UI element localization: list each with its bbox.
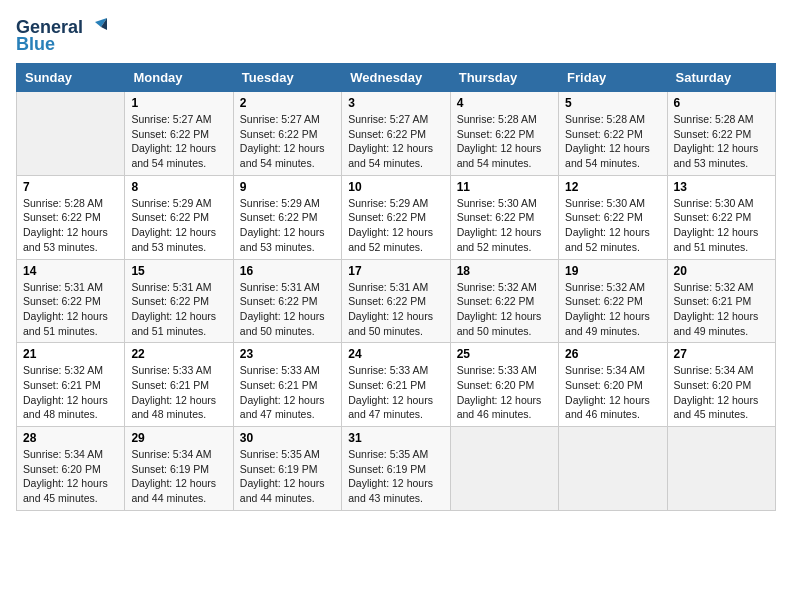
calendar-week-row: 7Sunrise: 5:28 AM Sunset: 6:22 PM Daylig…: [17, 175, 776, 259]
calendar-cell: 3Sunrise: 5:27 AM Sunset: 6:22 PM Daylig…: [342, 92, 450, 176]
day-info: Sunrise: 5:34 AM Sunset: 6:20 PM Dayligh…: [565, 363, 660, 422]
day-number: 15: [131, 264, 226, 278]
day-info: Sunrise: 5:30 AM Sunset: 6:22 PM Dayligh…: [565, 196, 660, 255]
calendar-cell: 19Sunrise: 5:32 AM Sunset: 6:22 PM Dayli…: [559, 259, 667, 343]
day-number: 14: [23, 264, 118, 278]
day-number: 21: [23, 347, 118, 361]
calendar-cell: 13Sunrise: 5:30 AM Sunset: 6:22 PM Dayli…: [667, 175, 775, 259]
calendar-cell: 11Sunrise: 5:30 AM Sunset: 6:22 PM Dayli…: [450, 175, 558, 259]
day-number: 30: [240, 431, 335, 445]
day-number: 1: [131, 96, 226, 110]
day-number: 7: [23, 180, 118, 194]
day-number: 20: [674, 264, 769, 278]
logo-bird-icon: [85, 16, 107, 38]
calendar-cell: 15Sunrise: 5:31 AM Sunset: 6:22 PM Dayli…: [125, 259, 233, 343]
day-number: 16: [240, 264, 335, 278]
calendar-cell: [559, 427, 667, 511]
calendar-cell: 1Sunrise: 5:27 AM Sunset: 6:22 PM Daylig…: [125, 92, 233, 176]
day-number: 9: [240, 180, 335, 194]
calendar-cell: 17Sunrise: 5:31 AM Sunset: 6:22 PM Dayli…: [342, 259, 450, 343]
day-info: Sunrise: 5:29 AM Sunset: 6:22 PM Dayligh…: [131, 196, 226, 255]
day-number: 2: [240, 96, 335, 110]
day-number: 18: [457, 264, 552, 278]
weekday-header-sunday: Sunday: [17, 64, 125, 92]
weekday-header-row: SundayMondayTuesdayWednesdayThursdayFrid…: [17, 64, 776, 92]
day-info: Sunrise: 5:32 AM Sunset: 6:22 PM Dayligh…: [457, 280, 552, 339]
calendar-cell: 28Sunrise: 5:34 AM Sunset: 6:20 PM Dayli…: [17, 427, 125, 511]
day-info: Sunrise: 5:31 AM Sunset: 6:22 PM Dayligh…: [240, 280, 335, 339]
day-number: 24: [348, 347, 443, 361]
day-info: Sunrise: 5:27 AM Sunset: 6:22 PM Dayligh…: [240, 112, 335, 171]
day-info: Sunrise: 5:33 AM Sunset: 6:20 PM Dayligh…: [457, 363, 552, 422]
calendar-cell: 31Sunrise: 5:35 AM Sunset: 6:19 PM Dayli…: [342, 427, 450, 511]
day-info: Sunrise: 5:32 AM Sunset: 6:22 PM Dayligh…: [565, 280, 660, 339]
calendar-cell: [450, 427, 558, 511]
day-number: 4: [457, 96, 552, 110]
day-info: Sunrise: 5:33 AM Sunset: 6:21 PM Dayligh…: [348, 363, 443, 422]
logo-blue: Blue: [16, 34, 55, 55]
day-number: 5: [565, 96, 660, 110]
day-info: Sunrise: 5:28 AM Sunset: 6:22 PM Dayligh…: [674, 112, 769, 171]
calendar-week-row: 21Sunrise: 5:32 AM Sunset: 6:21 PM Dayli…: [17, 343, 776, 427]
day-info: Sunrise: 5:29 AM Sunset: 6:22 PM Dayligh…: [348, 196, 443, 255]
day-number: 31: [348, 431, 443, 445]
calendar-cell: 20Sunrise: 5:32 AM Sunset: 6:21 PM Dayli…: [667, 259, 775, 343]
calendar-cell: 30Sunrise: 5:35 AM Sunset: 6:19 PM Dayli…: [233, 427, 341, 511]
calendar-cell: 26Sunrise: 5:34 AM Sunset: 6:20 PM Dayli…: [559, 343, 667, 427]
day-info: Sunrise: 5:27 AM Sunset: 6:22 PM Dayligh…: [348, 112, 443, 171]
calendar-cell: [667, 427, 775, 511]
calendar-cell: 9Sunrise: 5:29 AM Sunset: 6:22 PM Daylig…: [233, 175, 341, 259]
day-info: Sunrise: 5:35 AM Sunset: 6:19 PM Dayligh…: [240, 447, 335, 506]
day-number: 28: [23, 431, 118, 445]
day-info: Sunrise: 5:30 AM Sunset: 6:22 PM Dayligh…: [674, 196, 769, 255]
day-number: 8: [131, 180, 226, 194]
day-info: Sunrise: 5:30 AM Sunset: 6:22 PM Dayligh…: [457, 196, 552, 255]
day-info: Sunrise: 5:31 AM Sunset: 6:22 PM Dayligh…: [131, 280, 226, 339]
day-number: 25: [457, 347, 552, 361]
day-number: 3: [348, 96, 443, 110]
day-info: Sunrise: 5:34 AM Sunset: 6:20 PM Dayligh…: [674, 363, 769, 422]
calendar-cell: 18Sunrise: 5:32 AM Sunset: 6:22 PM Dayli…: [450, 259, 558, 343]
day-number: 12: [565, 180, 660, 194]
calendar-cell: 5Sunrise: 5:28 AM Sunset: 6:22 PM Daylig…: [559, 92, 667, 176]
calendar-week-row: 14Sunrise: 5:31 AM Sunset: 6:22 PM Dayli…: [17, 259, 776, 343]
header: General Blue: [16, 16, 776, 55]
day-number: 27: [674, 347, 769, 361]
day-info: Sunrise: 5:32 AM Sunset: 6:21 PM Dayligh…: [674, 280, 769, 339]
day-number: 29: [131, 431, 226, 445]
weekday-header-thursday: Thursday: [450, 64, 558, 92]
day-info: Sunrise: 5:35 AM Sunset: 6:19 PM Dayligh…: [348, 447, 443, 506]
calendar-cell: 16Sunrise: 5:31 AM Sunset: 6:22 PM Dayli…: [233, 259, 341, 343]
weekday-header-monday: Monday: [125, 64, 233, 92]
calendar-cell: 7Sunrise: 5:28 AM Sunset: 6:22 PM Daylig…: [17, 175, 125, 259]
day-info: Sunrise: 5:34 AM Sunset: 6:19 PM Dayligh…: [131, 447, 226, 506]
calendar-cell: 6Sunrise: 5:28 AM Sunset: 6:22 PM Daylig…: [667, 92, 775, 176]
day-info: Sunrise: 5:29 AM Sunset: 6:22 PM Dayligh…: [240, 196, 335, 255]
day-number: 17: [348, 264, 443, 278]
day-number: 23: [240, 347, 335, 361]
day-info: Sunrise: 5:31 AM Sunset: 6:22 PM Dayligh…: [348, 280, 443, 339]
calendar-cell: [17, 92, 125, 176]
weekday-header-saturday: Saturday: [667, 64, 775, 92]
day-info: Sunrise: 5:34 AM Sunset: 6:20 PM Dayligh…: [23, 447, 118, 506]
calendar-cell: 22Sunrise: 5:33 AM Sunset: 6:21 PM Dayli…: [125, 343, 233, 427]
day-info: Sunrise: 5:28 AM Sunset: 6:22 PM Dayligh…: [565, 112, 660, 171]
day-info: Sunrise: 5:28 AM Sunset: 6:22 PM Dayligh…: [23, 196, 118, 255]
weekday-header-wednesday: Wednesday: [342, 64, 450, 92]
day-number: 11: [457, 180, 552, 194]
calendar-cell: 8Sunrise: 5:29 AM Sunset: 6:22 PM Daylig…: [125, 175, 233, 259]
day-info: Sunrise: 5:33 AM Sunset: 6:21 PM Dayligh…: [240, 363, 335, 422]
day-info: Sunrise: 5:31 AM Sunset: 6:22 PM Dayligh…: [23, 280, 118, 339]
day-number: 19: [565, 264, 660, 278]
weekday-header-tuesday: Tuesday: [233, 64, 341, 92]
day-info: Sunrise: 5:32 AM Sunset: 6:21 PM Dayligh…: [23, 363, 118, 422]
day-number: 10: [348, 180, 443, 194]
day-number: 13: [674, 180, 769, 194]
calendar-cell: 23Sunrise: 5:33 AM Sunset: 6:21 PM Dayli…: [233, 343, 341, 427]
day-number: 6: [674, 96, 769, 110]
calendar-cell: 14Sunrise: 5:31 AM Sunset: 6:22 PM Dayli…: [17, 259, 125, 343]
day-info: Sunrise: 5:27 AM Sunset: 6:22 PM Dayligh…: [131, 112, 226, 171]
calendar-week-row: 1Sunrise: 5:27 AM Sunset: 6:22 PM Daylig…: [17, 92, 776, 176]
logo: General Blue: [16, 16, 107, 55]
weekday-header-friday: Friday: [559, 64, 667, 92]
